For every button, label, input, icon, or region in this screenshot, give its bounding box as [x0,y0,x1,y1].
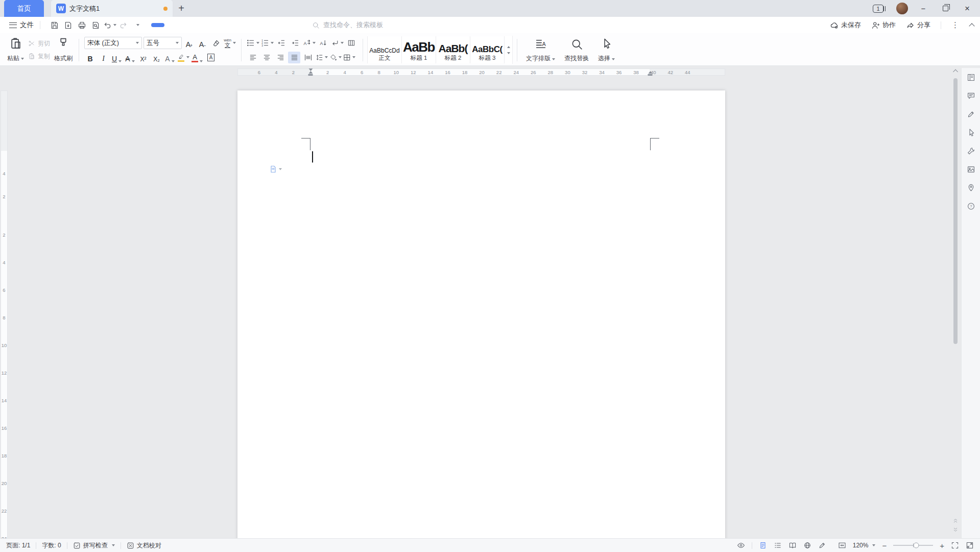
collapse-ribbon-button[interactable] [969,23,974,29]
rail-tool-button[interactable] [965,181,977,194]
command-search[interactable]: 查找命令、搜索模板 [312,20,383,30]
rail-tool-button[interactable] [965,89,977,102]
vertical-ruler[interactable]: 42 246810121416182022242628 [0,76,8,538]
shrink-font-button[interactable]: A− [197,37,208,49]
borders-button[interactable] [343,52,355,63]
ribbon-tab[interactable] [166,23,179,27]
page-view-button[interactable] [759,541,767,549]
file-menu-button[interactable]: 文件 [6,20,37,30]
web-view-button[interactable] [803,541,811,549]
align-right-button[interactable] [274,52,286,63]
minimize-button[interactable]: − [917,2,930,15]
gallery-down-button[interactable] [507,52,510,54]
outline-view-button[interactable] [774,541,782,549]
save-button[interactable] [47,19,61,32]
rail-tool-button[interactable] [965,71,977,83]
font-color-button[interactable]: A [191,52,203,63]
text-direction-button[interactable] [303,37,316,49]
format-painter-button[interactable]: 格式刷 [52,36,75,64]
subscript-button[interactable]: X₂ [151,52,162,63]
sort-button[interactable] [317,37,329,49]
document-tab[interactable]: W 文字文稿1 [51,0,173,17]
home-tab[interactable]: 首页 [4,0,44,17]
gallery-up-button[interactable] [507,46,510,48]
fit-window-button[interactable] [966,541,974,549]
font-name-combo[interactable]: 宋体 (正文) [84,37,142,49]
collaborate-button[interactable]: 协作 [871,20,896,30]
paste-button[interactable]: 粘贴 [5,36,26,64]
right-indent-marker[interactable] [648,68,653,76]
zoom-out-button[interactable]: − [882,542,887,549]
ribbon-tab[interactable] [270,23,283,27]
window-list-badge[interactable]: 1 [873,5,883,13]
text-layout-button[interactable]: 文字排版 [521,36,560,64]
read-mode-button[interactable] [788,541,797,549]
cut-button[interactable]: 剪切 [28,39,50,48]
align-left-button[interactable] [247,52,259,63]
bold-button[interactable]: B [84,52,96,63]
font-size-combo[interactable]: 五号 [144,37,182,49]
undo-button[interactable] [103,19,116,32]
style-cell[interactable]: AaBb 标题 1 [402,36,436,63]
underline-button[interactable]: U [111,52,123,63]
doc-proofread-button[interactable]: 文档校对 [127,541,161,550]
redo-button[interactable] [116,19,130,32]
spell-check-button[interactable]: 拼写检查 [73,541,115,550]
bullets-button[interactable] [247,37,259,49]
increase-indent-button[interactable] [289,37,301,49]
new-tab-button[interactable]: + [173,0,190,17]
line-spacing-button[interactable] [316,52,328,63]
ribbon-tab[interactable] [151,23,164,27]
character-border-button[interactable]: A [205,52,217,63]
document-page[interactable] [237,90,725,538]
fit-page-button[interactable] [838,541,846,549]
select-button[interactable]: 选择 [593,36,619,64]
rail-tool-button[interactable] [965,163,977,175]
style-cell[interactable]: AaBb( 标题 2 [436,36,470,63]
ribbon-tab[interactable] [240,23,253,27]
export-pdf-button[interactable] [61,19,75,32]
user-avatar[interactable] [896,3,908,14]
rail-tool-button[interactable] [965,108,977,120]
left-indent-marker[interactable] [308,74,313,76]
close-button[interactable]: × [961,2,974,15]
hanging-indent-marker[interactable] [308,71,313,74]
italic-button[interactable]: I [98,52,109,63]
ribbon-tab[interactable] [181,23,194,27]
clear-format-button[interactable] [210,37,222,49]
rail-tool-button[interactable] [965,200,977,212]
customize-toolbar-caret[interactable] [130,19,144,32]
more-options-button[interactable]: ⋮ [951,20,960,30]
text-effects-button[interactable]: A [164,52,176,63]
scroll-up-arrow[interactable] [953,68,958,73]
grid-paper-button[interactable] [345,37,357,49]
word-count[interactable]: 字数: 0 [42,541,61,550]
strikethrough-button[interactable]: A [124,52,136,63]
align-center-button[interactable] [260,52,273,63]
rail-tool-button[interactable] [965,126,977,139]
eye-protection-button[interactable] [737,541,745,549]
decrease-indent-button[interactable] [275,37,288,49]
numbering-button[interactable] [261,37,274,49]
save-status[interactable]: 未保存 [830,20,861,30]
style-cell[interactable]: AaBbC( 标题 3 [470,36,505,63]
copy-button[interactable]: 复制 [28,52,50,61]
share-button[interactable]: 分享 [906,20,930,30]
next-page-button[interactable] [953,527,959,533]
print-preview-button[interactable] [89,19,103,32]
page-indicator[interactable]: 页面: 1/1 [6,541,30,550]
ink-mode-button[interactable] [818,541,826,549]
align-justify-button[interactable] [288,52,300,63]
grow-font-button[interactable]: A+ [183,37,195,49]
superscript-button[interactable]: X² [137,52,149,63]
distribute-button[interactable] [302,52,314,63]
pinyin-guide-button[interactable]: wén 文 [224,37,236,49]
find-replace-button[interactable]: 查找替换 [560,36,593,64]
restore-button[interactable] [939,2,952,15]
rail-tool-button[interactable] [965,145,977,157]
ribbon-tab[interactable] [284,23,298,27]
indent-marker[interactable] [308,68,313,76]
scrollbar-thumb[interactable] [953,78,958,344]
horizontal-ruler[interactable]: 642 246810121416182022242628303234363840… [0,68,961,76]
ribbon-tab[interactable] [255,23,268,27]
